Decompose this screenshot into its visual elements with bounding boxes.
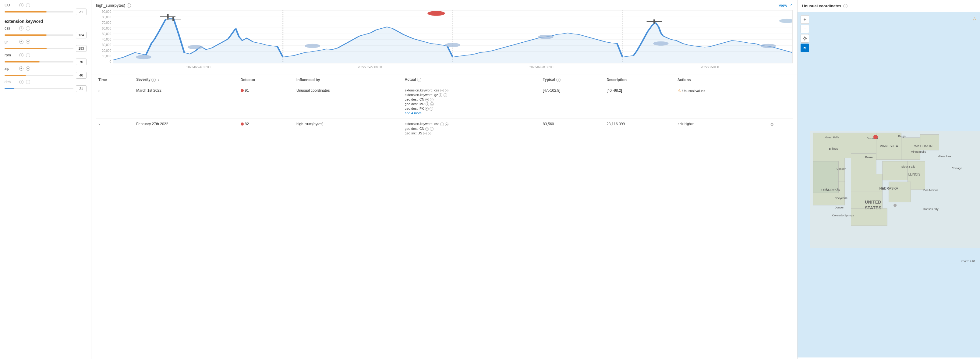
svg-text:UNITED: UNITED [865,199,881,204]
zip-remove-btn[interactable]: − [26,67,30,71]
svg-point-19 [760,44,776,48]
gz-bar-track [5,48,73,49]
row2-css-remove[interactable]: − [445,123,449,126]
svg-rect-39 [920,134,939,150]
list-item: extension.keyword: gz + − [405,93,538,97]
rpm-remove-btn[interactable]: − [26,53,30,57]
svg-text:Fargo: Fargo [898,135,905,138]
row1-influenced-by: extension.keyword: css + − extension.key… [402,85,541,119]
row2-detector: high_sum(bytes) [294,119,402,139]
row1-expand-arrow[interactable]: › [99,88,100,93]
zip-bar-fill [5,75,26,76]
and-more-link[interactable]: and 4 more [405,111,422,115]
css-remove-btn[interactable]: − [26,26,30,30]
row2-css-add[interactable]: + [440,123,444,126]
mr-add-tag[interactable]: + [426,102,429,106]
row2-expand-arrow[interactable]: › [99,122,100,126]
svg-text:Cheyenne: Cheyenne [835,196,848,199]
deb-remove-btn[interactable]: − [26,80,30,84]
gz-bar-fill [5,48,47,49]
mr-remove-tag[interactable]: − [430,102,434,106]
row2-description-content: ↑ 4x higher [678,122,765,126]
co-bar-track [5,11,73,13]
svg-point-18 [653,41,668,46]
row2-us-add[interactable]: + [423,132,427,135]
css-label: css [5,26,17,30]
svg-text:Billings: Billings [829,147,838,150]
list-item: geo.src: US + − [405,131,538,135]
css-add-tag[interactable]: + [440,89,444,93]
gz-add-btn[interactable]: + [19,40,24,44]
anomaly-table: Time Severity i ↓ Detector Influenced by [96,74,793,139]
deb-item-row: deb + − [5,80,86,84]
co-remove-btn[interactable]: − [26,3,30,7]
gz-remove-tag[interactable]: − [444,93,447,97]
co-bar: 31 [5,8,86,15]
view-link[interactable]: View [779,3,793,8]
y-label-80k: 80,000 [102,16,111,19]
svg-text:zoom: 4.02: zoom: 4.02 [961,260,975,263]
rpm-add-btn[interactable]: + [19,53,24,57]
th-actual: Actual i [402,74,541,85]
svg-point-29 [804,37,806,39]
pk-remove-tag[interactable]: − [430,107,433,111]
rpm-item-row: rpm + − [5,53,86,57]
co-add-btn[interactable]: + [19,3,24,7]
cn-remove-tag[interactable]: − [430,98,433,102]
chart-section: high_sum(bytes) i View 90,000 80,000 70,… [91,0,797,74]
cn-add-tag[interactable]: + [425,98,429,102]
chart-info-icon[interactable]: i [127,3,131,8]
row1-influenced-list: extension.keyword: css + − extension.key… [405,88,538,115]
row2-us-remove[interactable]: − [428,132,431,135]
gz-label: gz [5,40,17,44]
list-item: geo.dest: CN + − [405,127,538,131]
severity-sort-icon[interactable]: ↓ [158,78,160,81]
row2-actual: 83,560 [541,119,604,139]
y-label-10k: 10,000 [102,54,111,58]
row2-cn-add[interactable]: + [425,127,429,131]
row1-time: March 1st 2022 [134,85,238,119]
table-row: › February 27th 2022 82 high_su [96,119,793,139]
deb-bar-track [5,88,73,89]
chart-plot [113,10,793,64]
select-icon [803,46,807,50]
svg-text:Chicago: Chicago [952,167,962,170]
map-zoom-in-btn[interactable]: + [800,15,809,24]
gz-item-row: gz + − [5,40,86,44]
severity-info-icon[interactable]: i [151,78,156,82]
typical-info-icon[interactable]: i [556,78,560,82]
row1-description-content: ⚠ Unusual values [678,88,765,93]
gz-remove-btn[interactable]: − [26,40,30,44]
deb-bar-fill [5,88,14,89]
th-time: Time [96,74,134,85]
svg-point-15 [305,44,320,48]
actions-gear-icon[interactable]: ⚙ [770,122,774,127]
svg-point-16 [445,43,460,47]
css-remove-tag[interactable]: − [445,89,449,93]
crosshair-icon [803,36,807,40]
y-label-0: 0 [109,60,111,64]
pk-add-tag[interactable]: + [425,107,429,111]
actual-info-icon[interactable]: i [417,78,421,82]
svg-text:Pierre: Pierre [865,156,873,159]
map-info-icon[interactable]: i [843,4,848,8]
css-add-btn[interactable]: + [19,26,24,30]
x-label-1: 2022-02-27 08:00 [358,65,382,69]
map-select-btn[interactable] [800,43,809,52]
row2-cn-remove[interactable]: − [430,127,433,131]
svg-text:NEBRASKA: NEBRASKA [880,187,898,190]
map-zoom-out-btn[interactable]: − [800,25,809,33]
co-bar-row: CO + − [5,3,86,7]
map-location-btn[interactable] [800,34,809,43]
zip-add-btn[interactable]: + [19,67,24,71]
svg-text:Minneapolis: Minneapolis [911,150,926,153]
zip-label: zip [5,67,17,71]
css-item-row: css + − [5,26,86,30]
gz-add-tag[interactable]: + [439,93,442,97]
svg-rect-42 [883,161,908,180]
row2-expand-cell: › [96,119,134,139]
row2-severity-dot [241,123,244,126]
deb-add-btn[interactable]: + [19,80,24,84]
external-link-icon [788,3,793,8]
map-panel: Unusual coordinates i + − [797,0,980,359]
